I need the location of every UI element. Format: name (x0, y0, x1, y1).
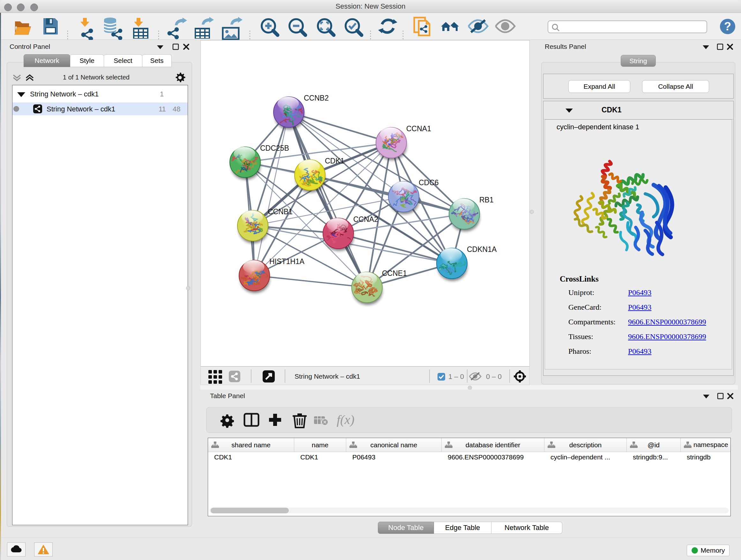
svg-text:CCNA1: CCNA1 (406, 125, 431, 133)
svg-text:CCNB2: CCNB2 (304, 94, 329, 102)
svg-text:CDC6: CDC6 (419, 179, 439, 187)
svg-text:CDK1: CDK1 (325, 157, 344, 165)
svg-text:1 – 0: 1 – 0 (448, 373, 464, 381)
svg-text:CDKN1A: CDKN1A (467, 245, 497, 253)
svg-text:CDC25B: CDC25B (260, 144, 289, 152)
svg-text:f(x): f(x) (337, 413, 354, 427)
svg-text:HIST1H1A: HIST1H1A (269, 257, 305, 266)
svg-text:CCNB1: CCNB1 (268, 207, 293, 216)
svg-text:RB1: RB1 (479, 196, 494, 204)
svg-text:CCNE1: CCNE1 (382, 269, 407, 277)
svg-text:String Network – cdk1: String Network – cdk1 (294, 373, 360, 380)
svg-text:CCNA2: CCNA2 (353, 215, 378, 224)
svg-text:0 – 0: 0 – 0 (486, 373, 502, 381)
svg-text:?: ? (724, 20, 731, 33)
